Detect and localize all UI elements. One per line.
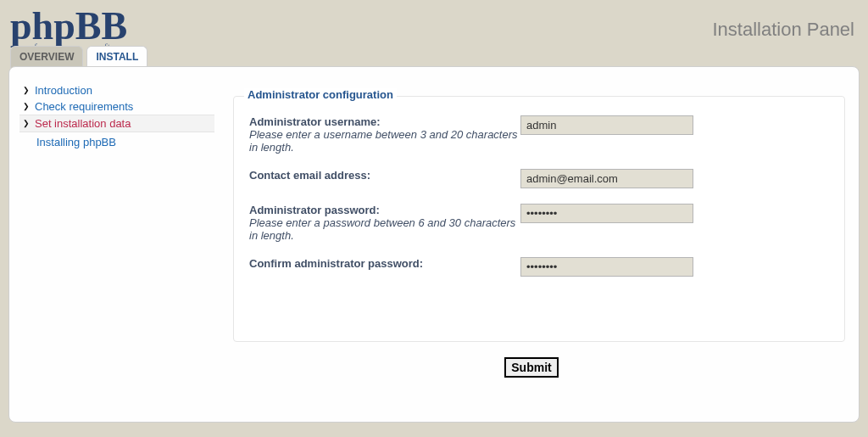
- sidebar-item-label: Installing phpBB: [36, 136, 116, 148]
- page-title: Installation Panel: [712, 19, 854, 41]
- install-steps-sidebar: ❯ Introduction ❯ Check requirements ❯ Se…: [19, 76, 214, 413]
- confirm-password-label: Confirm administrator password:: [249, 257, 423, 270]
- username-desc: Please enter a username between 3 and 20…: [249, 128, 518, 154]
- email-label: Contact email address:: [249, 169, 370, 182]
- sidebar-item-label: Check requirements: [35, 100, 133, 113]
- tab-overview[interactable]: OVERVIEW: [10, 46, 83, 68]
- admin-username-input[interactable]: [520, 115, 693, 135]
- content-area: Administrator configuration Administrato…: [214, 76, 849, 413]
- sidebar-item-label: Introduction: [35, 84, 92, 97]
- sidebar-item-set-installation-data[interactable]: ❯ Set installation data: [19, 115, 214, 132]
- password-label: Administrator password:: [249, 204, 380, 216]
- sidebar-item-label: Set installation data: [35, 117, 131, 130]
- sidebar-item-installing-phpbb[interactable]: Installing phpBB: [19, 136, 214, 148]
- tab-install[interactable]: INSTALL: [86, 46, 147, 68]
- sidebar-item-introduction[interactable]: ❯ Introduction: [19, 82, 214, 98]
- admin-password-input[interactable]: [520, 204, 693, 223]
- chevron-right-icon: ❯: [23, 120, 31, 127]
- sidebar-item-check-requirements[interactable]: ❯ Check requirements: [19, 98, 214, 115]
- tab-bar: OVERVIEW INSTALL: [10, 46, 147, 68]
- contact-email-input[interactable]: [520, 169, 693, 188]
- fieldset-legend: Administrator configuration: [244, 88, 397, 101]
- password-desc: Please enter a password between 6 and 30…: [249, 216, 515, 242]
- admin-config-fieldset: Administrator configuration Administrato…: [233, 96, 845, 342]
- chevron-right-icon: ❯: [23, 103, 31, 110]
- chevron-right-icon: ❯: [23, 87, 31, 94]
- submit-button[interactable]: Submit: [504, 357, 558, 378]
- confirm-password-input[interactable]: [520, 257, 693, 277]
- main-panel: ❯ Introduction ❯ Check requirements ❯ Se…: [8, 66, 860, 423]
- username-label: Administrator username:: [249, 115, 381, 128]
